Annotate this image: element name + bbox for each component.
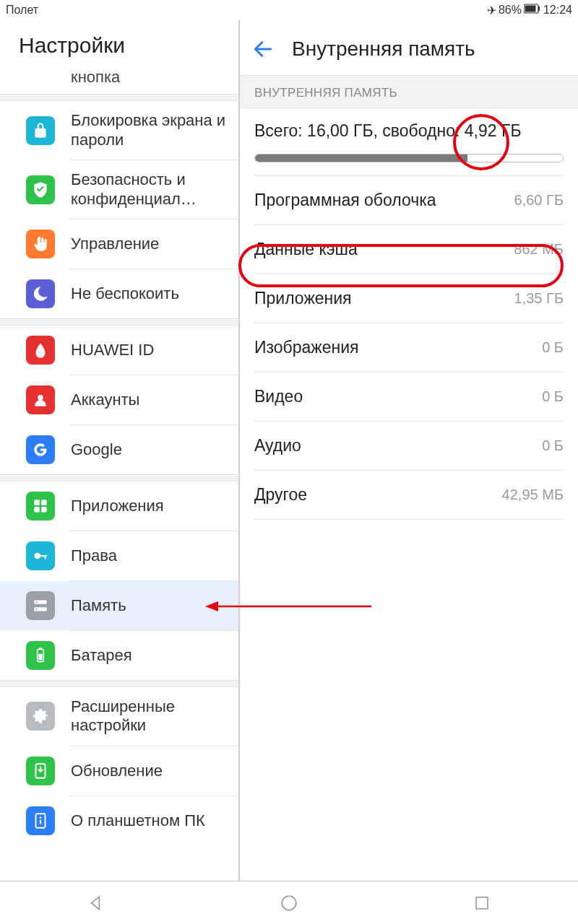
storage-row-cache[interactable]: Данные кэша 862 МБ xyxy=(240,225,578,274)
back-button[interactable] xyxy=(247,33,279,65)
storage-row-value: 0 Б xyxy=(542,388,564,405)
nav-bar xyxy=(0,881,578,924)
sidebar-item-google[interactable]: Google xyxy=(0,425,238,474)
svg-point-14 xyxy=(36,609,38,610)
sidebar-item-dnd[interactable]: Не беспокоить xyxy=(0,269,238,318)
sidebar-item-security[interactable]: Безопасность и конфиденциал… xyxy=(0,160,238,219)
svg-rect-16 xyxy=(39,648,42,649)
status-flight-mode: Полет xyxy=(6,4,38,17)
battery-icon xyxy=(26,641,55,670)
storage-icon xyxy=(26,591,55,620)
storage-row-label: Видео xyxy=(254,387,303,406)
sidebar-item-battery[interactable]: Батарея xyxy=(0,631,238,680)
storage-row-apps[interactable]: Приложения 1,35 ГБ xyxy=(240,274,578,323)
storage-summary: Всего: 16,00 ГБ, свободно: 4,92 ГБ xyxy=(240,108,578,175)
sidebar-item-label: Память xyxy=(71,596,126,615)
update-icon xyxy=(26,757,55,785)
gear-icon xyxy=(26,702,55,731)
info-icon xyxy=(26,806,55,835)
storage-progress-fill xyxy=(255,154,467,162)
google-icon xyxy=(26,435,55,464)
sidebar-item-label: Блокировка экрана и пароли xyxy=(71,111,229,149)
sidebar-item-lockscreen[interactable]: Блокировка экрана и пароли xyxy=(0,101,238,160)
status-bar: Полет ✈ 86% 12:24 xyxy=(0,0,578,20)
summary-free-value: 4,92 ГБ xyxy=(460,121,521,141)
sidebar-item-advanced[interactable]: Расширенные настройки xyxy=(0,687,238,746)
sidebar-item-permissions[interactable]: Права xyxy=(0,531,238,580)
lock-icon xyxy=(26,116,55,145)
sidebar-item-label: Батарея xyxy=(71,646,132,665)
svg-rect-4 xyxy=(34,500,40,505)
storage-row-label: Данные кэша xyxy=(254,240,358,259)
section-header: ВНУТРЕННЯЯ ПАМЯТЬ xyxy=(240,75,578,108)
sidebar-item-label: Права xyxy=(71,546,117,565)
svg-rect-7 xyxy=(41,507,47,513)
nav-back-button[interactable] xyxy=(82,889,111,918)
sidebar-item-apps[interactable]: Приложения xyxy=(0,481,238,531)
sidebar-item-accounts[interactable]: Аккаунты xyxy=(0,375,238,424)
nav-home-button[interactable] xyxy=(275,889,303,918)
sidebar-item-label: Обновление xyxy=(71,762,163,780)
svg-rect-6 xyxy=(34,507,40,513)
main-panel: Внутренняя память ВНУТРЕННЯЯ ПАМЯТЬ Всег… xyxy=(240,20,578,881)
svg-point-13 xyxy=(36,601,38,603)
sidebar-item-label: кнопка xyxy=(71,68,120,87)
storage-row-video[interactable]: Видео 0 Б xyxy=(240,372,578,421)
svg-rect-5 xyxy=(41,500,47,505)
sidebar-item-label: HUAWEI ID xyxy=(71,341,154,359)
storage-row-label: Аудио xyxy=(254,436,301,456)
nav-recent-button[interactable] xyxy=(467,889,496,918)
apps-icon xyxy=(26,492,55,520)
sidebar-item-label: Расширенные настройки xyxy=(71,697,229,736)
svg-rect-21 xyxy=(40,819,41,824)
storage-row-label: Программная оболочка xyxy=(254,191,436,210)
storage-row-images[interactable]: Изображения 0 Б xyxy=(240,323,578,372)
svg-rect-17 xyxy=(38,654,42,661)
storage-row-value: 862 МБ xyxy=(514,241,564,258)
svg-point-20 xyxy=(40,816,42,819)
storage-row-value: 6,60 ГБ xyxy=(514,192,564,209)
airplane-icon: ✈ xyxy=(487,4,496,17)
svg-point-24 xyxy=(282,896,296,910)
battery-icon xyxy=(524,4,541,17)
sidebar-title: Настройки xyxy=(0,20,238,68)
svg-point-8 xyxy=(34,553,40,559)
storage-row-other[interactable]: Другое 42,95 МБ xyxy=(240,471,578,519)
moon-icon xyxy=(26,279,55,308)
sidebar-item-huawei-id[interactable]: HUAWEI ID xyxy=(0,326,238,375)
svg-rect-2 xyxy=(538,6,540,11)
sidebar-item-about[interactable]: О планшетном ПК xyxy=(0,796,238,845)
sidebar-item-update[interactable]: Обновление xyxy=(0,746,238,796)
battery-percent: 86% xyxy=(499,4,522,17)
status-time: 12:24 xyxy=(543,4,572,17)
storage-row-audio[interactable]: Аудио 0 Б xyxy=(240,422,578,470)
svg-point-3 xyxy=(38,395,43,401)
page-title: Внутренняя память xyxy=(292,38,475,61)
sidebar-item-label: Google xyxy=(71,440,122,459)
sidebar-item-label: Управление xyxy=(71,235,159,253)
storage-row-system[interactable]: Программная оболочка 6,60 ГБ xyxy=(240,176,578,225)
sidebar-item-management[interactable]: Управление xyxy=(0,219,238,269)
shield-icon xyxy=(26,175,55,204)
sidebar-item-label: Приложения xyxy=(71,497,164,515)
hand-icon xyxy=(26,230,55,258)
storage-row-label: Приложения xyxy=(254,289,352,308)
svg-rect-10 xyxy=(44,555,46,559)
storage-row-value: 0 Б xyxy=(542,339,564,356)
svg-rect-1 xyxy=(525,6,535,12)
sidebar-item-label: Безопасность и конфиденциал… xyxy=(71,170,229,209)
sidebar-item-memory[interactable]: Память xyxy=(0,581,238,630)
settings-sidebar: Настройки кнопка Блокировка экрана и пар… xyxy=(0,20,240,881)
storage-progress-bar xyxy=(254,154,564,162)
storage-row-value: 42,95 МБ xyxy=(502,487,564,503)
storage-row-value: 0 Б xyxy=(542,437,564,454)
key-icon xyxy=(26,541,55,570)
storage-row-label: Другое xyxy=(254,485,307,505)
sidebar-item-button[interactable]: кнопка xyxy=(0,68,238,94)
huawei-icon xyxy=(26,336,55,365)
sidebar-item-label: Аккаунты xyxy=(71,391,139,409)
account-icon xyxy=(26,385,55,414)
sidebar-item-label: О планшетном ПК xyxy=(71,811,205,830)
sidebar-item-label: Не беспокоить xyxy=(71,284,179,303)
storage-row-label: Изображения xyxy=(254,338,359,357)
